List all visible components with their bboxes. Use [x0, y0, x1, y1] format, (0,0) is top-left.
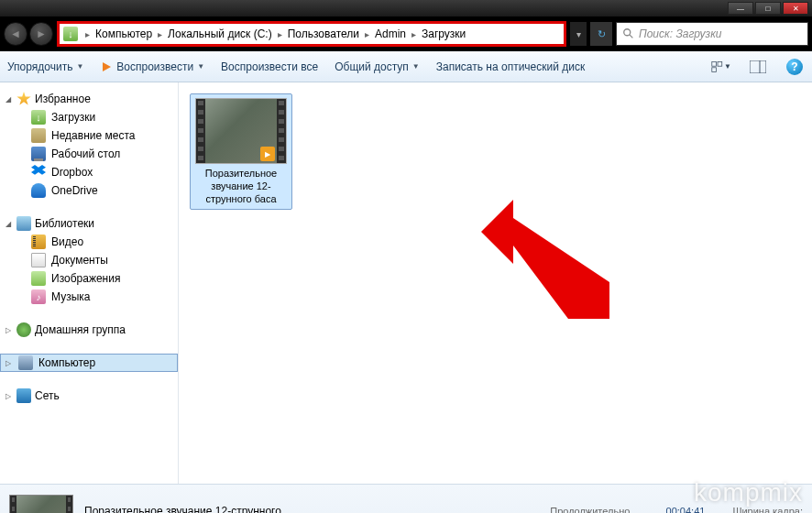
computer-header[interactable]: ▷ Компьютер	[0, 354, 178, 372]
expand-icon: ◢	[5, 220, 13, 228]
duration-label: Продолжительно...	[550, 506, 638, 514]
address-bar[interactable]: ▸ Компьютер ▸ Локальный диск (C:) ▸ Поль…	[57, 21, 566, 47]
minimize-button[interactable]: —	[728, 2, 753, 15]
chevron-down-icon: ▼	[76, 62, 83, 71]
refresh-button[interactable]: ↻	[590, 22, 612, 46]
chevron-right-icon[interactable]: ▸	[154, 29, 166, 39]
search-input[interactable]: Поиск: Загрузки	[616, 22, 808, 46]
onedrive-icon	[31, 183, 46, 198]
search-icon	[622, 27, 635, 40]
file-item-video[interactable]: ▶ Поразительное звучание 12-струнного ба…	[190, 93, 292, 210]
view-options-button[interactable]: ▼	[711, 57, 731, 77]
navigation-sidebar: ◢ Избранное ЗагрузкиНедавние местаРабочи…	[0, 82, 179, 484]
svg-point-0	[624, 29, 631, 36]
help-button[interactable]: ?	[785, 57, 805, 77]
forward-button[interactable]: ►	[29, 22, 53, 46]
window-titlebar: — □ ✕	[0, 0, 812, 16]
breadcrumb-downloads[interactable]: Загрузки	[420, 27, 467, 40]
share-menu[interactable]: Общий доступ▼	[335, 60, 420, 73]
video-icon	[31, 235, 46, 249]
doc-icon	[31, 253, 46, 267]
svg-marker-2	[103, 62, 111, 71]
details-info: Поразительное звучание 12-струнного ... …	[84, 505, 539, 514]
sidebar-library-2[interactable]: Изображения	[0, 269, 178, 288]
sidebar-library-1[interactable]: Документы	[0, 251, 178, 269]
details-title: Поразительное звучание 12-струнного ...	[84, 505, 539, 514]
homegroup-section: ▷ Домашняя группа	[0, 321, 178, 339]
nav-item-label: Музыка	[51, 290, 90, 303]
computer-icon	[18, 355, 33, 370]
organize-menu[interactable]: Упорядочить▼	[7, 60, 83, 73]
svg-marker-8	[481, 200, 609, 319]
homegroup-header[interactable]: ▷ Домашняя группа	[0, 321, 178, 339]
burn-button[interactable]: Записать на оптический диск	[436, 60, 586, 73]
help-icon: ?	[786, 59, 803, 75]
nav-item-label: Рабочий стол	[51, 147, 120, 160]
preview-pane-button[interactable]	[748, 57, 768, 77]
chevron-right-icon[interactable]: ▸	[274, 29, 286, 39]
expand-icon: ▷	[5, 326, 13, 334]
libraries-icon	[16, 216, 31, 231]
sidebar-library-0[interactable]: Видео	[0, 233, 178, 251]
dropbox-icon	[31, 165, 46, 180]
homegroup-icon	[16, 322, 31, 337]
play-button[interactable]: Воспроизвести▼	[100, 60, 204, 73]
details-pane: Поразительное звучание 12-струнного ... …	[0, 484, 812, 513]
breadcrumb-admin[interactable]: Admin	[373, 27, 408, 40]
svg-rect-3	[712, 61, 717, 66]
favorites-section: ◢ Избранное ЗагрузкиНедавние местаРабочи…	[0, 90, 178, 200]
expand-icon: ▷	[5, 359, 13, 367]
network-section: ▷ Сеть	[0, 387, 178, 405]
expand-icon: ◢	[5, 95, 13, 104]
network-header[interactable]: ▷ Сеть	[0, 387, 178, 405]
close-button[interactable]: ✕	[783, 2, 808, 15]
nav-buttons: ◄ ►	[4, 22, 53, 46]
file-name-label: Поразительное звучание 12-струнного баса	[194, 168, 288, 205]
computer-section: ▷ Компьютер	[0, 354, 178, 372]
chevron-right-icon[interactable]: ▸	[82, 29, 93, 39]
sidebar-favorite-1[interactable]: Недавние места	[0, 126, 178, 145]
svg-line-1	[630, 35, 633, 38]
libraries-header[interactable]: ◢ Библиотеки	[0, 214, 178, 233]
video-thumbnail: ▶	[195, 98, 287, 164]
main-area: ◢ Избранное ЗагрузкиНедавние местаРабочи…	[0, 82, 812, 484]
expand-icon: ▷	[5, 392, 13, 400]
details-properties: Продолжительно... Размер: 00:04:41 46,6 …	[550, 506, 803, 514]
breadcrumb-users[interactable]: Пользователи	[286, 27, 361, 40]
sidebar-favorite-3[interactable]: Dropbox	[0, 163, 178, 181]
chevron-down-icon: ▼	[412, 62, 420, 71]
nav-item-label: Изображения	[51, 272, 120, 285]
favorites-header[interactable]: ◢ Избранное	[0, 90, 178, 108]
nav-item-label: OneDrive	[51, 184, 98, 197]
nav-item-label: Видео	[51, 235, 83, 248]
music-icon	[31, 289, 46, 304]
folder-icon	[63, 27, 78, 41]
maximize-button[interactable]: □	[755, 2, 781, 15]
breadcrumb-disk[interactable]: Локальный диск (C:)	[166, 27, 274, 40]
recent-icon	[31, 128, 46, 143]
chevron-right-icon[interactable]: ▸	[361, 29, 373, 39]
address-dropdown[interactable]: ▾	[570, 22, 587, 46]
play-all-button[interactable]: Воспроизвести все	[221, 60, 318, 73]
sidebar-favorite-2[interactable]: Рабочий стол	[0, 145, 178, 163]
search-placeholder: Поиск: Загрузки	[639, 27, 722, 40]
back-button[interactable]: ◄	[4, 22, 27, 46]
details-thumbnail	[9, 495, 73, 514]
play-overlay-icon: ▶	[260, 147, 275, 161]
sidebar-favorite-4[interactable]: OneDrive	[0, 181, 178, 200]
chevron-down-icon: ▼	[197, 62, 204, 71]
libraries-section: ◢ Библиотеки ВидеоДокументыИзображенияМу…	[0, 214, 178, 306]
annotation-arrow	[481, 191, 609, 319]
down-icon	[31, 110, 46, 125]
desktop-icon	[31, 147, 46, 161]
chevron-right-icon[interactable]: ▸	[408, 29, 420, 39]
breadcrumb-computer[interactable]: Компьютер	[93, 27, 154, 40]
duration-value: 00:04:41	[666, 506, 706, 514]
file-list-area[interactable]: ▶ Поразительное звучание 12-струнного ба…	[179, 82, 812, 484]
nav-item-label: Недавние места	[51, 129, 135, 142]
img-icon	[31, 271, 46, 286]
sidebar-library-3[interactable]: Музыка	[0, 288, 178, 306]
sidebar-favorite-0[interactable]: Загрузки	[0, 108, 178, 126]
address-row: ◄ ► ▸ Компьютер ▸ Локальный диск (C:) ▸ …	[0, 16, 812, 51]
star-icon	[16, 92, 31, 106]
